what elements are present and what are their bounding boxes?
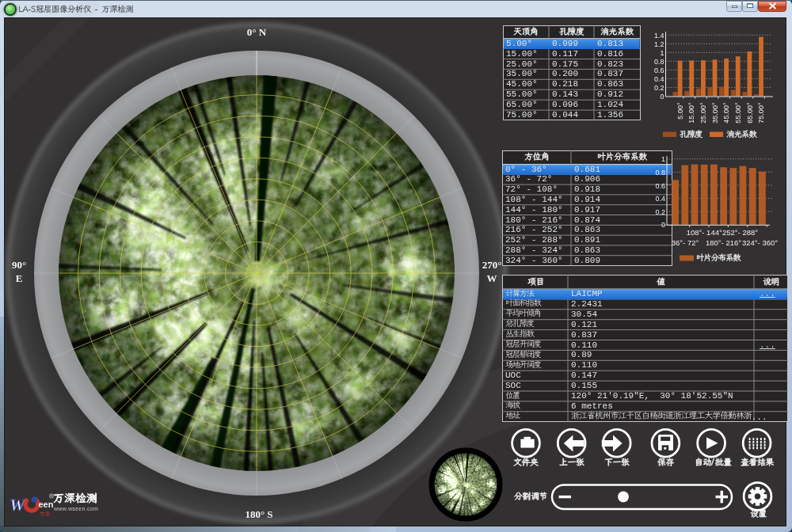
svg-text:0.6: 0.6 [655, 182, 665, 190]
svg-text:0.8: 0.8 [654, 58, 664, 66]
svg-text:0.6: 0.6 [654, 66, 664, 74]
svg-text:5.00°: 5.00° [676, 102, 684, 120]
svg-text:25.00°: 25.00° [699, 102, 707, 124]
svg-text:0: 0 [661, 221, 665, 229]
svg-text:1: 1 [660, 49, 664, 57]
svg-text:1.2: 1.2 [654, 40, 664, 48]
svg-text:45.00°: 45.00° [722, 102, 730, 124]
svg-text:65.00°: 65.00° [746, 102, 754, 124]
svg-text:36°- 72°: 36°- 72° [672, 238, 699, 247]
svg-text:0: 0 [660, 93, 664, 101]
svg-text:75.00°: 75.00° [757, 102, 765, 124]
svg-text:15.00°: 15.00° [687, 102, 695, 124]
svg-text:252°- 288°: 252°- 288° [722, 228, 758, 237]
svg-text:180°- 216°: 180°- 216° [706, 238, 741, 247]
svg-text:55.00°: 55.00° [734, 102, 742, 124]
svg-text:1.4: 1.4 [654, 32, 664, 40]
svg-text:324°- 360°: 324°- 360° [742, 238, 778, 247]
svg-text:0.2: 0.2 [654, 84, 664, 92]
svg-text:0.4: 0.4 [654, 75, 664, 83]
svg-text:0.4: 0.4 [655, 195, 665, 203]
svg-text:0.8: 0.8 [655, 169, 665, 177]
svg-text:35.00°: 35.00° [711, 102, 719, 124]
svg-text:1: 1 [661, 155, 665, 163]
svg-text:0.2: 0.2 [655, 208, 665, 216]
svg-text:108°- 144°: 108°- 144° [687, 228, 722, 237]
